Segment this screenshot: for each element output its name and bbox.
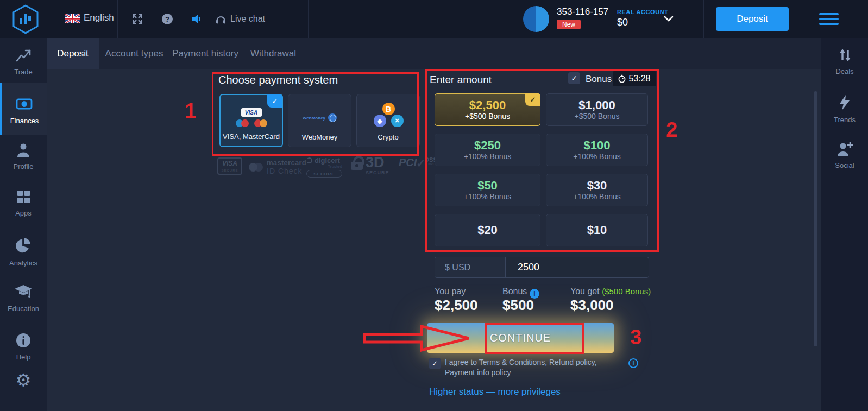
account-balance: $0 xyxy=(617,17,628,28)
finances-icon xyxy=(16,96,33,112)
3d-secure-badge: 3D SECURE xyxy=(351,155,389,175)
live-chat-button[interactable]: Live chat xyxy=(230,14,265,24)
amount-option-20[interactable]: $20 xyxy=(435,214,540,246)
payment-method-label: VISA, MasterCard xyxy=(223,132,280,141)
you-get-label: You get ($500 Bonus) xyxy=(570,287,651,296)
bonus-checkbox[interactable]: ✓ xyxy=(568,72,580,84)
sidebar-item-profile[interactable]: Profile xyxy=(0,142,47,170)
scrollbar[interactable] xyxy=(814,91,817,346)
apps-icon xyxy=(16,189,31,204)
card-circles xyxy=(236,119,267,127)
amount-input-row: $ USD xyxy=(435,257,649,278)
add-user-icon xyxy=(836,141,853,156)
left-sidebar: Trade Finances Profile Apps xyxy=(0,38,47,411)
right-sidebar: Deals Trends Social xyxy=(821,38,868,411)
ethereum-icon: ◆ xyxy=(374,115,386,127)
amount-option-250[interactable]: $250 +100% Bonus xyxy=(435,134,540,166)
amount-input[interactable] xyxy=(506,257,649,277)
sidebar-item-trade[interactable]: Trade xyxy=(0,48,47,76)
account-dropdown-chevron-icon[interactable] xyxy=(664,16,674,22)
visa-secure-badge: VISA SECURE xyxy=(217,157,242,175)
uk-flag-icon[interactable] xyxy=(65,14,80,23)
sidebar-item-deals[interactable]: Deals xyxy=(821,48,868,75)
sidebar-item-trends[interactable]: Trends xyxy=(821,94,868,124)
language-selector[interactable]: English xyxy=(84,12,114,23)
profile-icon xyxy=(15,142,32,157)
bonus-summary-value: $500 xyxy=(502,297,534,314)
amount-option-1000[interactable]: $1,000 +$500 Bonus xyxy=(546,93,648,126)
digicert-badge: digicert Trusted SECURE xyxy=(306,156,342,178)
tab-withdrawal[interactable]: Withdrawal xyxy=(241,38,305,69)
payment-method-webmoney[interactable]: WebMoney WebMoney xyxy=(288,94,351,147)
payment-method-visa-mastercard[interactable]: ✓ VISA VISA, MasterCard xyxy=(219,94,283,147)
tab-account-types[interactable]: Account types xyxy=(99,38,169,69)
tab-payment-history[interactable]: Payment history xyxy=(169,38,241,69)
bonus-checkbox-label: Bonus xyxy=(586,74,612,85)
payment-section-title: Choose payment system xyxy=(218,74,338,86)
info-icon xyxy=(16,333,31,348)
divider xyxy=(308,0,309,38)
divider xyxy=(606,0,606,38)
amount-option-2500[interactable]: ✓ $2,500 +$500 Bonus xyxy=(435,93,540,126)
amount-option-50[interactable]: $50 +100% Bonus xyxy=(435,174,540,206)
tab-deposit[interactable]: Deposit xyxy=(47,38,99,69)
amount-option-30[interactable]: $30 +100% Bonus xyxy=(546,174,648,206)
selected-check-icon: ✓ xyxy=(267,94,282,108)
deposit-button[interactable]: Deposit xyxy=(716,7,789,31)
mastercard-idcheck-badge: mastercard ID Check xyxy=(249,159,306,175)
deposit-page: English ? Live chat 353-116-157 New REAL… xyxy=(0,0,868,411)
sidebar-item-social[interactable]: Social xyxy=(821,141,868,169)
account-id: 353-116-157 xyxy=(557,7,608,17)
tab-bar: Deposit Account types Payment history Wi… xyxy=(47,38,821,69)
stopwatch-icon xyxy=(618,74,626,83)
amount-option-10[interactable]: $10 xyxy=(546,214,648,246)
terms-info-icon[interactable]: i xyxy=(628,358,638,368)
bonus-timer: 53:28 xyxy=(613,71,656,86)
menu-icon[interactable] xyxy=(819,13,839,25)
analytics-icon xyxy=(15,238,32,254)
padlock-icon xyxy=(351,160,363,170)
lightning-icon xyxy=(839,94,851,111)
webmoney-globe-icon xyxy=(328,113,337,122)
you-pay-label: You pay xyxy=(435,287,466,296)
account-type-label: REAL ACCOUNT xyxy=(617,9,669,15)
divider xyxy=(117,0,118,38)
sidebar-item-analytics[interactable]: Analytics xyxy=(0,238,47,267)
terms-checkbox[interactable]: ✓ xyxy=(429,358,441,369)
payment-method-crypto[interactable]: B ◆ ✕ Crypto xyxy=(356,94,420,147)
sidebar-item-help[interactable]: Help xyxy=(0,333,47,361)
terms-text[interactable]: I agree to Terms & Conditions, Refund po… xyxy=(445,357,625,378)
sidebar-item-settings[interactable]: ⚙ xyxy=(0,371,47,389)
new-badge: New xyxy=(557,20,581,29)
payment-method-label: WebMoney xyxy=(302,133,338,141)
selected-check-icon: ✓ xyxy=(525,93,540,106)
sidebar-item-education[interactable]: Education xyxy=(0,283,47,313)
you-get-value: $3,000 xyxy=(570,297,614,314)
visa-logo: VISA xyxy=(241,108,262,117)
education-icon xyxy=(14,283,33,300)
sound-icon[interactable] xyxy=(191,13,202,25)
higher-status-link[interactable]: Higher status — more privileges xyxy=(429,387,561,399)
headset-icon[interactable] xyxy=(215,14,227,24)
help-icon[interactable]: ? xyxy=(162,14,173,24)
amount-section-title: Enter amount xyxy=(430,74,492,86)
trade-icon xyxy=(15,48,32,63)
currency-select[interactable]: $ USD xyxy=(435,257,506,277)
sidebar-item-finances[interactable]: Finances xyxy=(0,83,47,135)
fullscreen-icon[interactable] xyxy=(132,14,143,24)
continue-button[interactable]: CONTINUE xyxy=(427,323,614,353)
sidebar-item-apps[interactable]: Apps xyxy=(0,189,47,217)
divider xyxy=(515,0,515,38)
divider xyxy=(703,0,704,38)
check-swoosh-icon: ✓ xyxy=(416,157,425,170)
payment-method-label: Crypto xyxy=(378,133,398,141)
ripple-icon: ✕ xyxy=(391,115,404,127)
avatar[interactable] xyxy=(523,6,549,32)
you-get-bonus-note: ($500 Bonus) xyxy=(602,287,651,296)
deals-arrows-icon xyxy=(838,48,852,62)
top-bar: English ? Live chat 353-116-157 New REAL… xyxy=(0,0,868,38)
amount-option-100[interactable]: $100 +100% Bonus xyxy=(546,134,648,166)
app-logo-icon[interactable] xyxy=(11,4,40,34)
webmoney-logo: WebMoney xyxy=(303,113,337,122)
digicert-ring-icon xyxy=(306,157,312,163)
